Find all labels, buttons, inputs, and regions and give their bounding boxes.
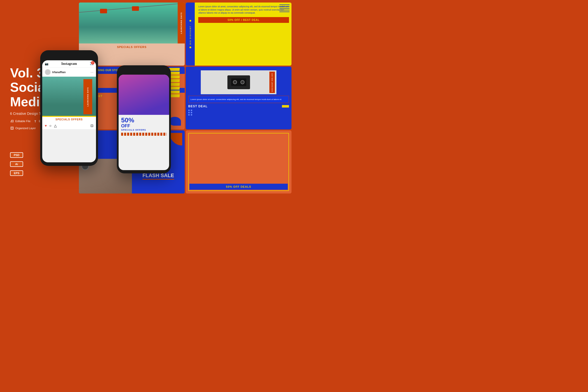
side-text-container: LAUNCHING DAYS <box>178 3 185 43</box>
post-overlay-box: LAUNCHING DAYS <box>83 79 92 114</box>
blue-grid-lines <box>279 5 289 20</box>
share-icon[interactable]: △ <box>54 124 57 128</box>
phone-screen-1: 📷 Instagram ✈️ 7 Irfanaffian ··· LAU <box>42 60 96 162</box>
phone-frame-1: 📷 Instagram ✈️ 7 Irfanaffian ··· LAU <box>40 50 98 166</box>
cable-car-image: LAUNCHING DAYS <box>79 3 185 43</box>
notification-badge: 7 <box>91 61 94 65</box>
card-mid-right: DISCOUNT 50% OFF Lorem ipsum dolor sit a… <box>186 67 291 130</box>
svg-text:T: T <box>34 120 36 123</box>
fifty-off-section: 50% OFF SPECIALS OFFERS <box>119 115 169 138</box>
feature-organized-layer: Organized Layer <box>10 126 36 130</box>
format-psd: PSD <box>10 152 23 158</box>
username: Irfanaffian <box>52 71 66 74</box>
launching-days-text: LAUNCHING DAYS <box>180 12 182 34</box>
phone-notch-2 <box>134 69 154 74</box>
card-bot-right: 50% OFF DEALS <box>186 130 291 193</box>
blue-dot-top <box>189 20 191 22</box>
cassette-reel-right <box>240 80 244 84</box>
blue-dot-bottom <box>189 46 191 48</box>
mid-right-text-box: Lorem ipsum dolor sit amet, consectetur … <box>188 96 289 103</box>
instagram-profile: Irfanaffian ··· <box>42 68 96 77</box>
layer-icon <box>10 126 14 130</box>
camera-icon: 📷 <box>45 62 48 66</box>
phone-mockup-area: 📷 Instagram ✈️ 7 Irfanaffian ··· LAU <box>40 50 171 181</box>
deal-box: 50% OFF / BEST DEAL <box>198 17 289 23</box>
card-top-right: BIG DISCOUNT - Lorem ipsum dolor sit ame… <box>186 3 291 66</box>
discount-side: DISCOUNT 50% OFF <box>269 72 275 93</box>
send-icon: ✈️ 7 <box>90 62 93 66</box>
retro-image-bg <box>119 75 169 115</box>
svg-rect-1 <box>11 127 13 129</box>
off-text: OFF <box>121 123 167 129</box>
text-icon: T <box>34 119 38 123</box>
editable-file-label: Editable File <box>15 120 31 123</box>
file-formats: PSD Ai EPS <box>10 152 23 176</box>
launching-days-post: LAUNCHING DAYS <box>87 87 89 107</box>
orange-stripes <box>121 133 167 136</box>
phone-frame-2: 50% OFF SPECIALS OFFERS <box>117 65 171 173</box>
post-image: LAUNCHING DAYS <box>42 77 96 117</box>
post-actions: ♥ ○ △ ⊡ <box>42 122 96 129</box>
format-eps: EPS <box>10 170 23 176</box>
phone-screen-2: 50% OFF SPECIALS OFFERS <box>119 75 169 170</box>
blue-side-panel: BIG DISCOUNT - <box>186 3 195 66</box>
phone-notch <box>58 54 80 59</box>
mid-right-lorem: Lorem ipsum dolor sit amet, consectetur … <box>190 98 287 101</box>
best-deal-label: BEST DEAL <box>188 105 289 108</box>
save-icon[interactable]: ⊡ <box>90 124 93 128</box>
retro-pc-image <box>119 75 169 115</box>
cassette-reel-left <box>233 80 237 84</box>
comment-icon[interactable]: ○ <box>49 124 51 128</box>
more-options-icon[interactable]: ··· <box>90 70 93 74</box>
cassette-window <box>231 78 246 86</box>
avatar <box>45 69 51 75</box>
top-right-content: Lorem ipsum dolor sit amet, consectetur … <box>198 5 289 23</box>
percent-50: 50% <box>121 117 167 123</box>
cassette-body <box>227 75 250 89</box>
post-yellow-border <box>42 116 96 117</box>
format-ai: Ai <box>10 161 23 167</box>
organized-layer-label: Organized Layer <box>15 127 36 130</box>
discount-text: DISCOUNT 50% OFF <box>271 73 273 92</box>
profile-left: Irfanaffian <box>45 69 66 75</box>
specials-label-2: SPECIALS OFFERS <box>121 129 167 131</box>
blue-dots-grid <box>188 110 289 116</box>
lorem-text: Lorem ipsum dolor sit amet, consectetur … <box>198 5 289 15</box>
edit-file-icon <box>10 119 14 123</box>
post-specials: SPECIALS OFFERS <box>42 117 96 122</box>
orange-quarter-circle <box>170 133 182 145</box>
app-title: Instagram <box>61 62 77 66</box>
instagram-header: 📷 Instagram ✈️ 7 <box>42 60 96 68</box>
feature-editable-file: Editable File <box>10 119 31 123</box>
specials-offers-label: SPECIALS OFFERS <box>79 43 185 51</box>
cassette-frame: DISCOUNT 50% OFF <box>201 70 276 94</box>
big-discount-text: BIG DISCOUNT - <box>189 24 191 44</box>
like-icon[interactable]: ♥ <box>45 124 47 128</box>
svg-rect-2 <box>11 127 13 129</box>
yellow-accent-rect <box>282 105 289 108</box>
